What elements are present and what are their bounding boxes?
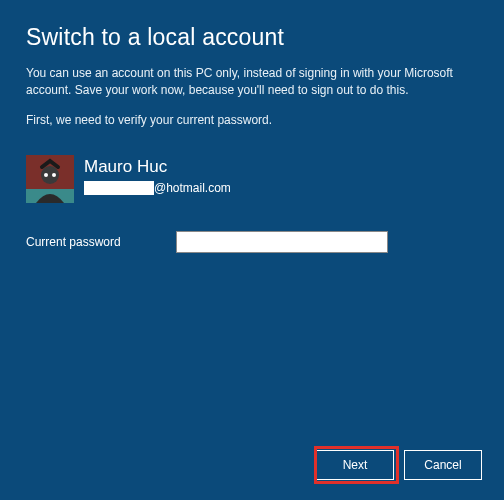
password-row: Current password <box>26 231 478 253</box>
user-details: Mauro Huc @hotmail.com <box>84 155 231 195</box>
switch-account-dialog: Switch to a local account You can use an… <box>0 0 504 253</box>
email-redacted <box>84 181 154 195</box>
cancel-button[interactable]: Cancel <box>404 450 482 480</box>
description-text: You can use an account on this PC only, … <box>26 65 478 99</box>
current-password-input[interactable] <box>176 231 388 253</box>
user-display-name: Mauro Huc <box>84 157 231 177</box>
password-label: Current password <box>26 235 176 249</box>
next-button[interactable]: Next <box>316 450 394 480</box>
page-title: Switch to a local account <box>26 24 478 51</box>
verify-prompt: First, we need to verify your current pa… <box>26 113 478 127</box>
user-email: @hotmail.com <box>84 181 231 195</box>
avatar <box>26 155 74 203</box>
svg-point-4 <box>52 173 56 177</box>
svg-point-2 <box>41 166 59 184</box>
svg-point-3 <box>44 173 48 177</box>
dialog-buttons: Next Cancel <box>316 450 482 480</box>
email-domain: @hotmail.com <box>154 181 231 195</box>
user-info: Mauro Huc @hotmail.com <box>26 155 478 203</box>
